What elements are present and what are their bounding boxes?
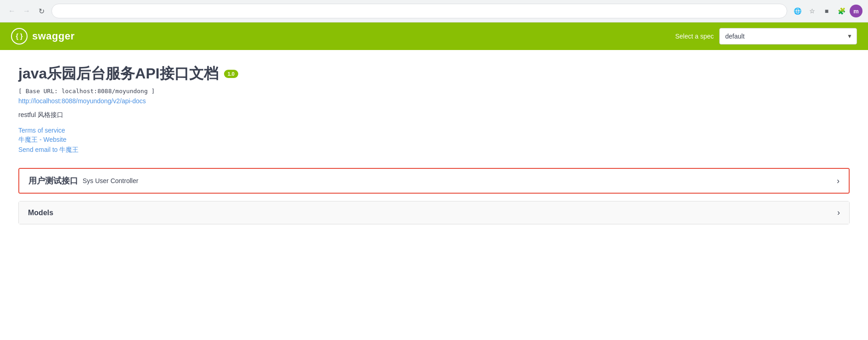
extension-icon[interactable]: ■ [820, 5, 833, 17]
api-section-user: 用户测试接口 Sys User Controller › [18, 168, 850, 194]
website-link[interactable]: 牛魔王 - Website [18, 136, 850, 144]
api-base-url: [ Base URL: localhost:8088/moyundong ] [18, 88, 850, 95]
address-bar[interactable]: localhost:8088/moyundong/swagger-ui.html [51, 4, 787, 18]
api-links: Terms of service 牛魔王 - Website Send emai… [18, 127, 850, 154]
forward-button[interactable]: → [20, 5, 33, 17]
spec-select-wrapper: default ▼ [719, 28, 857, 45]
url-input[interactable]: localhost:8088/moyundong/swagger-ui.html [57, 8, 781, 15]
star-icon[interactable]: ☆ [806, 5, 818, 17]
terms-link[interactable]: Terms of service [18, 127, 850, 134]
api-title: java乐园后台服务API接口文档 [18, 64, 218, 84]
browser-chrome: ← → ↻ localhost:8088/moyundong/swagger-u… [0, 0, 868, 22]
browser-toolbar: ← → ↻ localhost:8088/moyundong/swagger-u… [0, 0, 868, 22]
api-section-desc: Sys User Controller [83, 177, 138, 184]
api-title-row: java乐园后台服务API接口文档 1.0 [18, 64, 850, 84]
back-button[interactable]: ← [6, 5, 18, 17]
models-title: Models [28, 209, 53, 217]
models-header[interactable]: Models › [19, 201, 849, 224]
browser-actions: 🌐 ☆ ■ 🧩 m [791, 5, 862, 17]
api-sections: 用户测试接口 Sys User Controller › Models › [18, 168, 850, 224]
reload-button[interactable]: ↻ [35, 5, 48, 17]
api-docs-link[interactable]: http://localhost:8088/moyundong/v2/api-d… [18, 97, 850, 105]
swagger-header: { } swagger Select a spec default ▼ [0, 22, 868, 50]
translate-icon[interactable]: 🌐 [791, 5, 804, 17]
swagger-content: java乐园后台服务API接口文档 1.0 [ Base URL: localh… [0, 50, 868, 340]
api-info: java乐园后台服务API接口文档 1.0 [ Base URL: localh… [18, 64, 850, 154]
api-section-header-user[interactable]: 用户测试接口 Sys User Controller › [19, 169, 849, 193]
email-link[interactable]: Send email to 牛魔王 [18, 146, 850, 154]
swagger-logo-text: swagger [32, 30, 75, 42]
select-spec-label: Select a spec [675, 33, 714, 40]
swagger-logo-icon: { } [11, 28, 28, 45]
spec-select[interactable]: default [719, 28, 857, 45]
api-description: restful 风格接口 [18, 111, 850, 119]
models-chevron-icon: › [837, 208, 840, 217]
spec-selector: Select a spec default ▼ [675, 28, 857, 45]
puzzle-icon[interactable]: 🧩 [835, 5, 848, 17]
swagger-logo: { } swagger [11, 28, 75, 45]
user-avatar[interactable]: m [850, 5, 862, 17]
api-section-name: 用户测试接口 [28, 175, 78, 186]
api-section-title-user: 用户测试接口 Sys User Controller [28, 175, 138, 186]
api-version-badge: 1.0 [224, 70, 238, 78]
models-section: Models › [18, 201, 850, 224]
section-chevron-icon: › [837, 176, 840, 186]
nav-buttons: ← → ↻ [6, 5, 48, 17]
